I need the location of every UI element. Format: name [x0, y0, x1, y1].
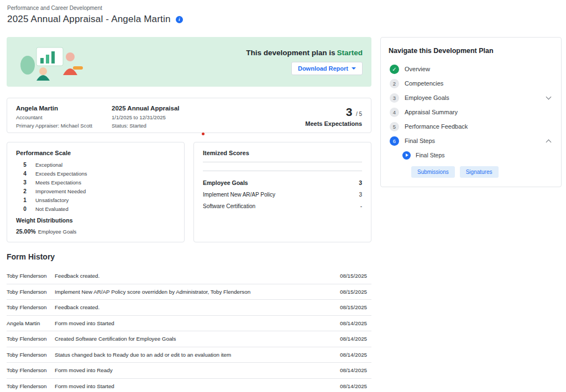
- scale-label: Meets Expectations: [35, 179, 81, 186]
- itemized-score-row: Employee Goals 3: [203, 179, 362, 186]
- scale-value: 0: [21, 206, 29, 212]
- scale-item: 2 Improvement Needed: [16, 188, 175, 194]
- table-row: Toby Flenderson Created Software Certifi…: [7, 331, 371, 347]
- nav-item-competencies[interactable]: 2 Competencies: [389, 76, 553, 91]
- weight-value: 25.00%: [16, 228, 36, 235]
- table-row: Toby Flenderson Feedback created. 08/15/…: [7, 300, 371, 316]
- nav-subitem-final-steps[interactable]: Final Steps: [389, 148, 553, 162]
- itemized-score-row: Software Certification -: [203, 203, 362, 209]
- nav-item-label: Employee Goals: [405, 94, 449, 101]
- download-report-button[interactable]: Download Report: [291, 62, 363, 75]
- score-row-label: Implement New AR/AP Policy: [203, 192, 275, 198]
- plan-name: 2025 Annual Appraisal: [112, 105, 305, 112]
- history-actor: Toby Flenderson: [7, 383, 55, 389]
- score-line: 3 / 5: [305, 105, 362, 119]
- score-max: / 5: [356, 111, 362, 117]
- navigation-title: Navigate this Development Plan: [389, 47, 553, 55]
- scale-item: 3 Meets Expectations: [16, 179, 175, 186]
- status-text: This development plan isStarted: [246, 49, 363, 57]
- page: Performance and Career Development 2025 …: [0, 0, 566, 392]
- history-date: 08/15/2025: [340, 273, 371, 279]
- nav-subitem-label: Final Steps: [416, 152, 445, 158]
- nav-item-label: Overview: [405, 66, 430, 72]
- scale-item: 5 Exceptional: [16, 162, 175, 168]
- nav-item-final-steps[interactable]: 6 Final Steps: [389, 134, 553, 148]
- cards-row: Performance Scale 5 Exceptional 4 Exceed…: [7, 142, 371, 242]
- breadcrumb[interactable]: Performance and Career Development: [7, 5, 559, 11]
- history-description: Implement New AR/AP Policy score overrid…: [55, 289, 340, 295]
- history-date: 08/14/2025: [340, 383, 371, 389]
- history-actor: Toby Flenderson: [7, 289, 55, 295]
- history-date: 08/15/2025: [340, 304, 371, 310]
- performance-scale-card: Performance Scale 5 Exceptional 4 Exceed…: [7, 142, 185, 242]
- performance-scale-title: Performance Scale: [16, 150, 175, 156]
- arrow-circle-icon: [402, 151, 411, 160]
- itemized-score-row: Implement New AR/AP Policy 3: [203, 192, 362, 198]
- banner-illustration: [19, 42, 91, 82]
- info-icon[interactable]: i: [176, 16, 183, 23]
- arrow-right-icon: [406, 153, 408, 157]
- step-number-icon: 2: [390, 79, 399, 88]
- employee-title: Accountant: [16, 114, 112, 120]
- primary-appraiser: Primary Appraiser: Michael Scott: [16, 123, 112, 129]
- page-header: Performance and Career Development 2025 …: [0, 0, 566, 25]
- score-row-value: 3: [359, 192, 362, 198]
- scale-label: Unsatisfactory: [35, 197, 69, 203]
- nav-item-label: Final Steps: [405, 137, 435, 144]
- chevron-down-icon[interactable]: [546, 94, 552, 100]
- nav-item-label: Appraisal Summary: [405, 109, 458, 115]
- history-actor: Toby Flenderson: [7, 273, 55, 279]
- overall-score: 3 / 5 Meets Expectations: [305, 105, 362, 126]
- history-date: 08/14/2025: [340, 367, 371, 373]
- nav-item-employee-goals[interactable]: 3 Employee Goals: [389, 91, 553, 105]
- step-number-icon: 5: [390, 122, 399, 131]
- employee-info: Angela Martin Accountant Primary Apprais…: [16, 105, 112, 126]
- page-title: 2025 Annual Appraisal - Angela Martin: [7, 14, 171, 25]
- scale-item: 0 Not Evaluated: [16, 206, 175, 212]
- score-row-label: Software Certification: [203, 203, 255, 209]
- scale-item: 4 Exceeds Expectations: [16, 171, 175, 177]
- nav-item-appraisal-summary[interactable]: 4 Appraisal Summary: [389, 105, 553, 119]
- history-description: Feedback created.: [55, 273, 340, 279]
- scale-item: 1 Unsatisfactory: [16, 197, 175, 203]
- signatures-link[interactable]: Signatures: [460, 166, 499, 178]
- chevron-up-icon[interactable]: [546, 139, 552, 145]
- itemized-scores-card: Itemized Scores Employee Goals 3 Impleme…: [193, 142, 371, 242]
- nav-item-overview[interactable]: ✓ Overview: [389, 62, 553, 76]
- nav-item-performance-feedback[interactable]: 5 Performance Feedback: [389, 119, 553, 134]
- score-row-value: -: [360, 203, 362, 209]
- red-dot-indicator: [202, 133, 205, 135]
- nav-item-label: Competencies: [405, 80, 443, 87]
- itemized-scores-title: Itemized Scores: [203, 150, 362, 156]
- title-row: 2025 Annual Appraisal - Angela Martin i: [7, 14, 559, 25]
- score-label: Meets Expectations: [305, 120, 362, 127]
- itemized-scores-list: Employee Goals 3 Implement New AR/AP Pol…: [203, 179, 362, 209]
- check-circle-icon: ✓: [390, 65, 399, 74]
- weight-distributions-title: Weight Distributions: [16, 217, 175, 224]
- table-row: Toby Flenderson Implement New AR/AP Poli…: [7, 284, 371, 300]
- divider: [203, 171, 362, 171]
- plan-status: Status: Started: [112, 123, 305, 129]
- history-actor: Angela Martin: [7, 320, 55, 326]
- plan-date-range: 1/1/2025 to 12/31/2025: [112, 114, 305, 120]
- history-description: Form moved into Ready: [55, 367, 340, 373]
- weight-label: Employee Goals: [38, 229, 77, 235]
- table-row: Toby Flenderson Form moved into Ready 08…: [7, 363, 371, 379]
- form-history-title: Form History: [7, 252, 371, 261]
- history-actor: Toby Flenderson: [7, 352, 55, 358]
- table-row: Toby Flenderson Form moved into Started …: [7, 379, 371, 392]
- history-actor: Toby Flenderson: [7, 336, 55, 342]
- table-row: Toby Flenderson Feedback created. 08/15/…: [7, 268, 371, 284]
- status-text-prefix: This development plan is: [246, 49, 335, 57]
- score-row-value: 3: [359, 179, 362, 186]
- weight-distribution-item: 25.00%Employee Goals: [16, 228, 175, 235]
- scale-label: Exceeds Expectations: [35, 171, 87, 177]
- history-date: 08/14/2025: [340, 352, 371, 358]
- appraisal-summary-card: Angela Martin Accountant Primary Apprais…: [7, 98, 371, 133]
- employee-name: Angela Martin: [16, 105, 112, 112]
- content: This development plan isStarted Download…: [0, 37, 566, 392]
- table-row: Toby Flenderson Status changed back to R…: [7, 347, 371, 363]
- sidebar: Navigate this Development Plan ✓ Overvie…: [380, 37, 562, 187]
- submissions-link[interactable]: Submissions: [411, 166, 455, 178]
- plan-info: 2025 Annual Appraisal 1/1/2025 to 12/31/…: [112, 105, 305, 126]
